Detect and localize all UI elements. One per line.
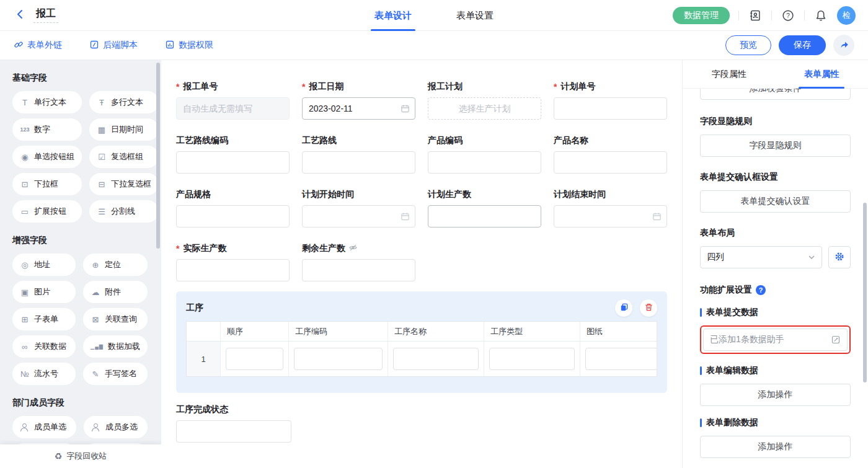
plan-number-input[interactable] xyxy=(554,97,667,120)
form-title[interactable]: 报工 xyxy=(33,7,58,23)
sidebar-scrollbar[interactable] xyxy=(156,63,160,249)
address-book-icon[interactable] xyxy=(748,8,763,23)
header-actions: 数据管理 ? 检 xyxy=(673,6,856,25)
sidebar-item-extend-button[interactable]: ▭扩展按钮 xyxy=(12,200,82,223)
data-permission-link[interactable]: 数据权限 xyxy=(165,40,213,51)
plan-end-time-input[interactable] xyxy=(554,205,667,227)
panel-scrollbar[interactable] xyxy=(863,203,867,382)
field-label: 工艺路线编码 xyxy=(176,135,228,146)
sidebar-item-member-single[interactable]: 成员单选 xyxy=(12,416,76,438)
sidebar-item-address[interactable]: ◎地址 xyxy=(12,254,76,276)
sidebar-item-single-line-text[interactable]: T单行文本 xyxy=(12,91,82,113)
sidebar-item-signature[interactable]: ✎手写签名 xyxy=(83,363,148,385)
preview-button[interactable]: 预览 xyxy=(725,35,771,55)
field-label: 计划单号 xyxy=(560,81,595,92)
delete-button[interactable] xyxy=(640,299,657,317)
sidebar-item-multi-dropdown[interactable]: ⊟下拉复选框 xyxy=(89,173,159,195)
sidebar-item-number[interactable]: 123数字 xyxy=(12,118,82,141)
help-circle-icon[interactable]: ? xyxy=(756,285,766,295)
dropdown-icon: ⊡ xyxy=(20,180,30,189)
sidebar-item-divider-line[interactable]: ☰分割线 xyxy=(89,200,159,223)
action-bar: 表单外链 后端脚本 数据权限 预览 保存 xyxy=(0,31,868,60)
sidebar-item-datetime[interactable]: ▦日期时间 xyxy=(89,118,159,141)
field-label: 计划结束时间 xyxy=(554,189,606,200)
people-icon xyxy=(91,423,101,431)
person-icon xyxy=(20,423,30,431)
product-name-input[interactable] xyxy=(554,151,667,174)
section-title-enhanced: 增强字段 xyxy=(12,235,148,246)
required-mark: * xyxy=(554,82,557,92)
layout-select[interactable]: 四列 xyxy=(700,246,822,268)
field-plan-end-time: 计划结束时间 xyxy=(554,189,667,227)
share-button[interactable] xyxy=(833,35,854,56)
subform-processes[interactable]: 工序 顺序 工序编码 xyxy=(176,291,667,393)
field-label: 产品规格 xyxy=(176,189,211,200)
sidebar-item-lookup-query[interactable]: ⊠关联查询 xyxy=(83,308,148,330)
form-external-link[interactable]: 表单外链 xyxy=(14,40,62,51)
tab-field-properties[interactable]: 字段属性 xyxy=(683,60,776,88)
data-manage-button[interactable]: 数据管理 xyxy=(673,7,730,24)
copy-button[interactable] xyxy=(615,299,632,317)
sidebar-item-attachment[interactable]: ☁附件 xyxy=(83,281,148,303)
item-label: 关联数据 xyxy=(34,341,66,352)
add-validation-button[interactable]: 添加校验条件 xyxy=(700,89,851,100)
help-icon[interactable]: ? xyxy=(781,8,795,23)
sidebar-item-linked-data[interactable]: ∞关联数据 xyxy=(12,335,76,358)
remaining-quantity-input[interactable] xyxy=(302,259,415,281)
sidebar-item-dropdown[interactable]: ⊡下拉框 xyxy=(12,173,82,195)
back-button[interactable] xyxy=(12,7,29,24)
recycle-label: 字段回收站 xyxy=(66,451,107,462)
item-label: 附件 xyxy=(105,286,121,298)
edit-pencil-icon[interactable] xyxy=(831,335,841,345)
field-route: 工艺路线 xyxy=(302,135,415,174)
subhead-text: 表单提交数据 xyxy=(706,307,758,318)
sidebar-item-location[interactable]: ⊕定位 xyxy=(83,254,148,276)
actual-quantity-input[interactable] xyxy=(176,259,290,281)
sidebar-item-checkbox-group[interactable]: ☑复选框组 xyxy=(89,146,159,168)
save-button[interactable]: 保存 xyxy=(779,35,826,55)
edit-data-add-button[interactable]: 添加操作 xyxy=(700,384,851,406)
order-input[interactable] xyxy=(226,348,283,370)
tab-form-design[interactable]: 表单设计 xyxy=(374,0,412,31)
submit-confirm-button[interactable]: 表单提交确认设置 xyxy=(700,190,851,213)
report-number-input[interactable] xyxy=(176,97,290,120)
route-input[interactable] xyxy=(302,151,415,174)
layout-settings-button[interactable] xyxy=(828,246,851,268)
report-date-input[interactable] xyxy=(302,97,415,120)
sidebar-item-data-load[interactable]: ▁▄▇数据加载 xyxy=(83,335,148,358)
user-avatar[interactable]: 检 xyxy=(837,6,856,25)
delete-data-add-button[interactable]: 添加操作 xyxy=(700,436,851,458)
sidebar-item-member-multi[interactable]: 成员多选 xyxy=(84,416,148,438)
item-label: 日期时间 xyxy=(111,124,143,135)
tab-form-settings[interactable]: 表单设置 xyxy=(456,0,494,31)
backend-script-link[interactable]: 后端脚本 xyxy=(89,40,138,51)
process-status-input[interactable] xyxy=(176,420,291,443)
action-links: 表单外链 后端脚本 数据权限 xyxy=(14,40,213,51)
col-header-process-name: 工序名称 xyxy=(388,322,484,342)
plan-start-time-input[interactable] xyxy=(302,205,415,227)
col-header-order: 顺序 xyxy=(221,322,289,342)
plan-quantity-input[interactable] xyxy=(428,205,541,227)
process-name-input[interactable] xyxy=(393,348,479,370)
item-label: 扩展按钮 xyxy=(34,206,66,217)
process-type-input[interactable] xyxy=(489,348,575,370)
field-recycle-bin[interactable]: ♻ 字段回收站 xyxy=(0,444,161,468)
data-assistant-button[interactable]: 已添加1条数据助手 xyxy=(703,329,848,351)
process-code-input[interactable] xyxy=(294,348,383,370)
notification-bell-icon[interactable] xyxy=(813,8,828,23)
sidebar-item-serial-number[interactable]: №流水号 xyxy=(12,363,76,385)
subhead-text: 表单编辑数据 xyxy=(706,365,758,376)
route-code-input[interactable] xyxy=(176,151,290,174)
tab-form-properties[interactable]: 表单属性 xyxy=(776,60,868,88)
field-label: 工艺路线 xyxy=(302,135,337,146)
report-plan-picker[interactable] xyxy=(428,97,541,120)
visibility-rules-button[interactable]: 字段显隐规则 xyxy=(700,135,851,157)
sidebar-item-radio-group[interactable]: ◉单选按钮组 xyxy=(12,146,82,168)
submit-data-label: 表单提交数据 xyxy=(700,307,851,318)
drawing-input[interactable] xyxy=(585,348,657,370)
sidebar-item-image[interactable]: ▣图片 xyxy=(12,281,76,303)
product-spec-input[interactable] xyxy=(176,205,290,227)
product-code-input[interactable] xyxy=(428,151,541,174)
sidebar-item-subform[interactable]: ⊞子表单 xyxy=(12,308,76,330)
sidebar-item-multi-line-text[interactable]: Ŧ多行文本 xyxy=(89,91,159,113)
